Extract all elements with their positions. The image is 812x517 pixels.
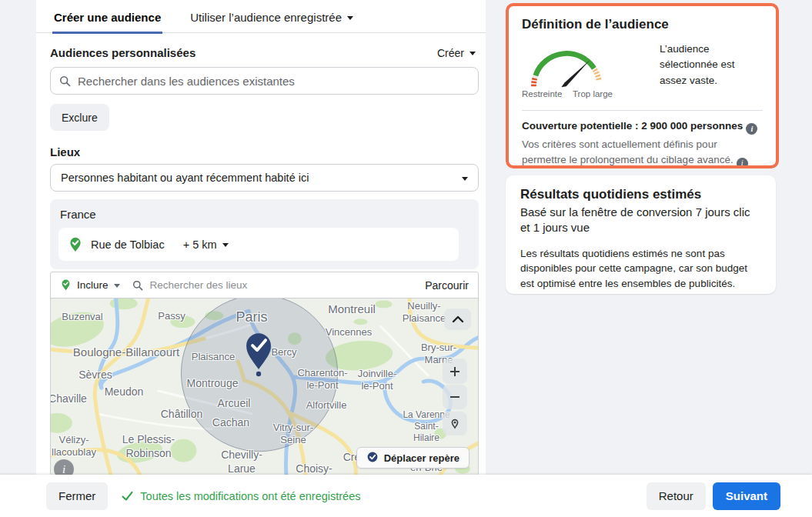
exclude-button[interactable]: Exclure — [50, 104, 109, 131]
move-pin-button[interactable]: Déplacer repère — [356, 447, 469, 469]
chevron-down-icon — [462, 177, 468, 181]
footer-bar: Fermer Toutes les modifications ont été … — [0, 475, 812, 517]
estimated-results-subtitle: Basé sur la fenêtre de conversion 7 jour… — [520, 205, 761, 236]
divider — [522, 110, 763, 111]
plus-icon — [449, 366, 460, 377]
map-toolbar: Inclure Parcourir — [51, 272, 478, 299]
tab-use-saved-audience[interactable]: Utiliser l’audience enregistrée — [189, 11, 355, 32]
audience-search-input[interactable] — [78, 75, 469, 88]
places-search-input[interactable] — [150, 279, 418, 291]
map-place-label: Chevilly- Larue — [221, 449, 262, 475]
navy-pin-check-icon — [366, 452, 379, 464]
audience-search-field[interactable] — [50, 67, 479, 95]
map-place-label: Cachan — [212, 416, 249, 430]
estimated-results-title: Résultats quotidiens estimés — [520, 187, 761, 202]
map-place-label: Montreuil — [328, 302, 376, 317]
map-place-label: Boulogne-Billancourt — [73, 345, 179, 360]
map-place-label: Vincennes — [326, 326, 372, 339]
map-place-label: Montrouge — [187, 377, 239, 391]
green-pin-icon — [68, 237, 83, 252]
map-place-label: Vélizy- llacoublay — [52, 434, 96, 459]
targeting-criteria-line: Vos critères sont actuellement définis p… — [522, 137, 763, 168]
estimated-results-panel: Résultats quotidiens estimés Basé sur la… — [506, 175, 776, 294]
browse-link[interactable]: Parcourir — [425, 279, 469, 292]
search-icon — [59, 75, 71, 87]
map-place-label: Bercy — [271, 346, 296, 359]
locations-title: Lieux — [50, 145, 479, 158]
close-button[interactable]: Fermer — [46, 482, 108, 510]
audience-size-gauge: Restreinte Trop large — [522, 40, 626, 102]
targeting-criteria-text: Vos critères sont actuellement définis p… — [522, 138, 733, 165]
location-card: France Rue de Tolbiac + 5 km — [50, 199, 479, 269]
chevron-down-icon — [114, 284, 120, 288]
potential-reach-line: Couverture potentielle : 2 900 000 perso… — [522, 120, 763, 135]
map-place-label: Neuilly- Plaisance — [403, 300, 446, 325]
estimated-results-body: Les résultats quotidiens estimés ne sont… — [520, 246, 761, 292]
custom-audiences-title: Audiences personnalisées — [50, 46, 195, 59]
potential-reach-text: Couverture potentielle : 2 900 000 perso… — [522, 120, 743, 132]
drop-pin-button[interactable] — [443, 412, 467, 435]
save-status: Toutes les modifications ont été enregis… — [121, 489, 360, 502]
gauge-arc — [522, 40, 618, 91]
chevron-down-icon — [469, 52, 476, 55]
create-audience-dropdown[interactable]: Créer — [437, 47, 479, 59]
map-place-label: Sèvres — [79, 369, 112, 382]
audience-status-text: L’audience sélectionnée est assez vaste. — [660, 42, 754, 102]
location-pin-row[interactable]: Rue de Tolbiac + 5 km — [58, 228, 459, 261]
pin-drop-icon — [449, 418, 461, 430]
tab-create-audience[interactable]: Créer une audience — [52, 11, 162, 34]
map-place-label: Charenton- le-Pont — [297, 367, 347, 392]
tab-use-saved-label: Utiliser l’audience enregistrée — [190, 11, 342, 24]
map-place-label: Le Plessis- Robinson — [122, 433, 175, 460]
chevron-down-icon — [222, 243, 229, 247]
places-search-field[interactable] — [132, 279, 418, 291]
main-panel: Créer une audience Utiliser l’audience e… — [36, 0, 486, 475]
search-icon — [132, 280, 143, 291]
tab-create-audience-label: Créer une audience — [54, 11, 161, 24]
map-place-label: Meudon — [105, 385, 144, 399]
tabs: Créer une audience Utiliser l’audience e… — [36, 0, 486, 33]
back-button[interactable]: Retour — [647, 482, 706, 510]
info-icon[interactable] — [737, 158, 748, 168]
green-pin-icon — [60, 279, 72, 291]
audience-definition-panel: Définition de l’audience Restreinte Trop… — [506, 3, 779, 168]
location-type-value: Personnes habitant ou ayant récemment ha… — [61, 172, 309, 184]
map-place-label: Buzenval — [62, 311, 102, 323]
move-pin-label: Déplacer repère — [384, 452, 459, 464]
info-icon[interactable] — [746, 123, 757, 135]
map-place-label: Alfortville — [306, 399, 347, 412]
map-place-label: Chaville — [51, 392, 87, 406]
map-place-label: Plaisance — [192, 351, 235, 363]
radius-dropdown[interactable]: + 5 km — [183, 238, 229, 251]
radius-value: + 5 km — [183, 238, 217, 251]
zoom-out-button[interactable] — [443, 385, 467, 409]
main-content: Audiences personnalisées Créer Exclure L… — [36, 46, 486, 475]
chevron-down-icon — [347, 16, 353, 20]
zoom-in-button[interactable] — [443, 359, 467, 384]
gauge-label-narrow: Restreinte — [522, 89, 562, 98]
save-status-text: Toutes les modifications ont été enregis… — [140, 490, 360, 502]
map-place-label: Vitry-sur- Seine — [273, 422, 313, 447]
chevron-up-icon — [452, 315, 464, 323]
map-place-label: Paris — [236, 309, 267, 326]
location-type-select[interactable]: Personnes habitant ou ayant récemment ha… — [50, 164, 479, 192]
location-country-label: France — [58, 207, 470, 221]
minus-icon — [449, 392, 460, 402]
include-label: Inclure — [77, 279, 109, 291]
map-place-label: Passy — [158, 310, 185, 322]
pin-address-label: Rue de Tolbiac — [91, 238, 165, 251]
audience-editor-page: Créer une audience Utiliser l’audience e… — [0, 0, 812, 517]
include-dropdown[interactable]: Inclure — [60, 279, 120, 291]
map-container: Inclure Parcourir — [50, 272, 479, 475]
map-place-label: Joinville- le-Pont — [358, 368, 397, 393]
map-collapse-button[interactable] — [444, 309, 471, 330]
map-place-label: Choisy- — [296, 462, 332, 475]
map-place-label: Châtillon — [161, 408, 202, 422]
gauge-label-broad: Trop large — [573, 89, 613, 98]
next-button[interactable]: Suivant — [713, 482, 780, 510]
check-icon — [121, 489, 134, 502]
map[interactable]: BuzenvalPassyParisMontreuilNeuilly- Plai… — [51, 299, 479, 475]
create-label: Créer — [437, 47, 464, 59]
info-icon[interactable] — [54, 459, 74, 475]
gauge-needle — [561, 60, 590, 87]
